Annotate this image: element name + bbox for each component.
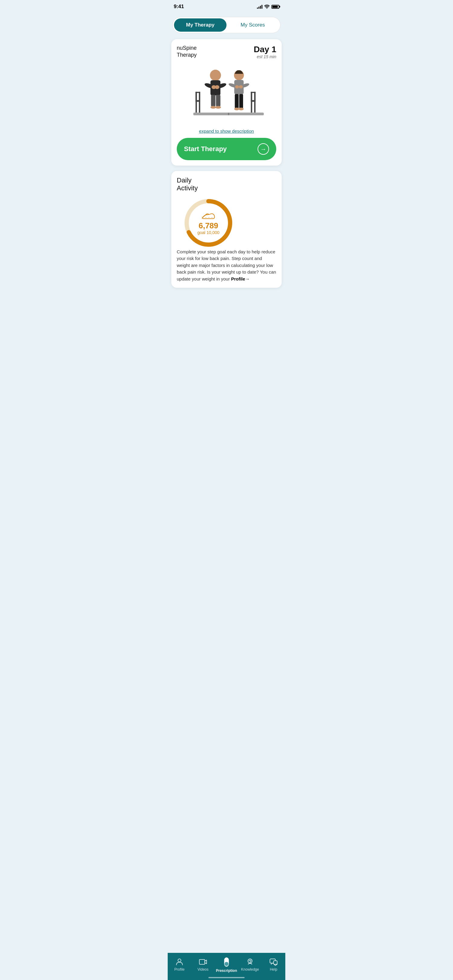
profile-link[interactable]: Profile→: [231, 276, 250, 282]
start-arrow-icon: →: [257, 143, 269, 155]
nav-label-prescription: Prescription: [216, 969, 237, 973]
svg-rect-21: [211, 95, 216, 107]
svg-point-30: [235, 85, 239, 88]
status-time: 9:41: [174, 4, 184, 10]
step-count: 6,789: [197, 222, 219, 229]
videos-nav-icon: [199, 958, 207, 966]
exercise-svg: [177, 62, 276, 125]
step-goal: goal 10,000: [197, 230, 219, 235]
therapy-title: nuSpineTherapy: [177, 45, 197, 59]
svg-point-34: [234, 108, 240, 110]
nav-label-knowledge: Knowledge: [241, 967, 259, 972]
tab-switcher: My Therapy My Scores: [173, 17, 280, 33]
day-number: Day 1: [254, 45, 276, 54]
svg-point-38: [178, 959, 181, 962]
nav-label-help: Help: [270, 967, 278, 972]
svg-rect-12: [254, 92, 256, 100]
nav-label-videos: Videos: [197, 967, 208, 972]
svg-rect-7: [199, 92, 200, 100]
daily-activity-card: DailyActivity: [171, 171, 282, 288]
svg-point-31: [239, 85, 243, 88]
wifi-icon: [264, 5, 270, 9]
battery-icon: [272, 5, 279, 9]
therapy-card-header: nuSpineTherapy Day 1 est 15 min: [177, 45, 276, 59]
expand-link[interactable]: expand to show description: [177, 129, 276, 134]
activity-body: 6,789 goal 10,000 Complete your step goa…: [177, 197, 276, 283]
activity-title: DailyActivity: [177, 177, 276, 192]
svg-point-23: [210, 106, 216, 108]
shoe-icon: [202, 211, 215, 221]
tab-my-scores[interactable]: My Scores: [227, 18, 279, 32]
nav-label-profile: Profile: [174, 967, 184, 972]
svg-rect-33: [239, 94, 243, 108]
svg-rect-1: [228, 113, 264, 115]
svg-rect-0: [193, 113, 229, 115]
status-icons: [257, 5, 279, 9]
day-info: Day 1 est 15 min: [254, 45, 276, 59]
knowledge-nav-icon: [246, 958, 254, 966]
nav-item-help[interactable]: Help: [262, 958, 285, 972]
activity-description: Complete your step goal each day to help…: [177, 248, 276, 283]
svg-rect-44: [224, 958, 229, 962]
svg-rect-6: [196, 92, 197, 100]
nav-item-prescription[interactable]: Prescription: [215, 956, 238, 973]
signal-icon: [257, 5, 262, 9]
bottom-nav: Profile Videos Prescription: [168, 953, 285, 980]
svg-rect-49: [273, 961, 277, 964]
profile-nav-icon: [175, 958, 184, 966]
donut-center: 6,789 goal 10,000: [197, 211, 219, 235]
nav-item-knowledge[interactable]: Knowledge: [238, 958, 262, 972]
svg-rect-45: [224, 962, 229, 966]
therapy-card: nuSpineTherapy Day 1 est 15 min: [171, 39, 282, 165]
svg-point-35: [238, 108, 244, 110]
tab-my-therapy[interactable]: My Therapy: [174, 18, 227, 32]
svg-point-20: [215, 85, 219, 89]
step-donut-chart: 6,789 goal 10,000: [183, 197, 234, 248]
help-nav-icon: [269, 958, 278, 966]
svg-rect-32: [235, 94, 239, 108]
svg-point-15: [212, 70, 219, 79]
svg-rect-22: [216, 95, 221, 107]
svg-rect-39: [199, 959, 205, 964]
start-therapy-button[interactable]: Start Therapy →: [177, 138, 276, 160]
nav-item-profile[interactable]: Profile: [168, 958, 191, 972]
status-bar: 9:41: [168, 0, 285, 12]
exercise-image: [177, 62, 276, 126]
home-indicator: [208, 977, 245, 978]
prescription-nav-icon: [221, 956, 232, 967]
nav-item-videos[interactable]: Videos: [191, 958, 215, 972]
svg-point-24: [215, 106, 221, 108]
day-estimate: est 15 min: [254, 54, 276, 59]
start-therapy-label: Start Therapy: [184, 145, 227, 153]
svg-rect-13: [251, 92, 252, 100]
